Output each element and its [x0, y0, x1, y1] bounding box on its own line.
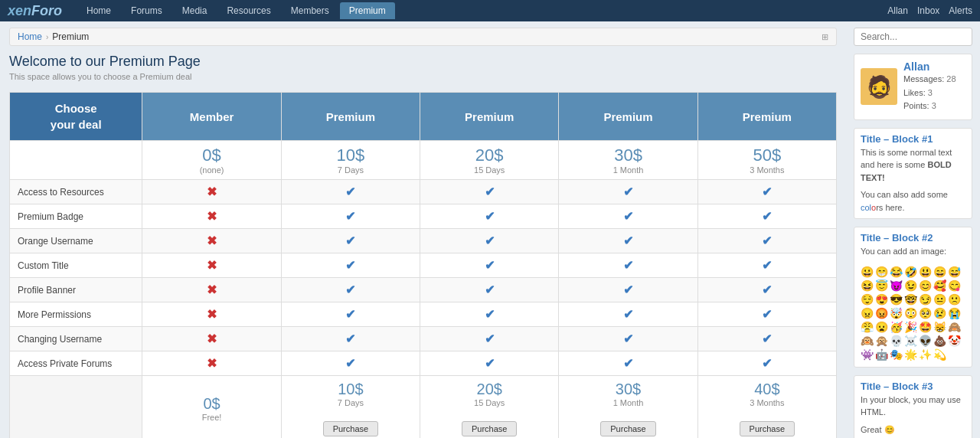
cross-icon: ✖: [207, 259, 217, 272]
choose-deal-cell: Chooseyour deal: [10, 93, 142, 141]
logo: xenForo: [8, 3, 62, 19]
check-icon: ✔: [485, 185, 495, 198]
emoji-cell: 😎: [890, 293, 903, 306]
nav-item-premium[interactable]: Premium: [340, 2, 395, 19]
avatar: 🧔: [861, 68, 897, 105]
bottom-price-cell: 30$1 MonthPurchase: [559, 376, 697, 439]
feature-cell: ✔: [420, 180, 559, 204]
feature-cell: ✔: [697, 278, 836, 302]
emoji-cell: 💩: [933, 335, 946, 347]
emoji-cell: 😇: [875, 279, 888, 292]
emoji-cell: 🙉: [861, 335, 874, 347]
page-subtitle: This space allows you to choose a Premiu…: [9, 72, 837, 81]
feature-cell: ✖: [142, 180, 281, 204]
feature-label: Custom Title: [10, 253, 142, 278]
user-nav-alerts[interactable]: Alerts: [949, 5, 972, 16]
nav-item-resources[interactable]: Resources: [217, 2, 279, 19]
emoji-cell: 👾: [861, 348, 874, 361]
purchase-button[interactable]: Purchase: [462, 421, 517, 436]
feature-cell: ✔: [697, 302, 836, 327]
bottom-price-cell: 0$Free!: [142, 376, 281, 439]
pricing-table: Chooseyour dealMemberPremiumPremiumPremi…: [9, 92, 837, 438]
breadcrumb-expand[interactable]: ⊞: [822, 32, 828, 42]
feature-label: Changing Username: [10, 327, 142, 351]
user-nav-allan[interactable]: Allan: [887, 5, 908, 16]
emoji-cell: 🎉: [904, 321, 917, 333]
feature-cell: ✔: [281, 278, 420, 302]
feature-cell: ✔: [559, 302, 697, 327]
price-cell: 10$7 Days: [281, 141, 420, 180]
breadcrumb-current: Premium: [52, 31, 89, 42]
nav-item-media[interactable]: Media: [173, 2, 217, 19]
cross-icon: ✖: [207, 185, 217, 198]
emoji-cell: 😋: [948, 279, 961, 292]
emoji-cell: 🎭: [890, 348, 903, 361]
feature-cell: ✔: [697, 327, 836, 351]
feature-label: More Permissions: [10, 302, 142, 327]
sidebar-block-text: This is some normal text and here is som…: [854, 146, 972, 189]
check-icon: ✔: [485, 234, 495, 247]
purchase-button[interactable]: Purchase: [323, 421, 378, 436]
feature-cell: ✖: [142, 302, 281, 327]
emoji-cell: 😅: [948, 266, 961, 278]
emoji-cell: 🤯: [890, 307, 903, 319]
feature-cell: ✔: [697, 253, 836, 278]
feature-cell: ✖: [142, 351, 281, 376]
emoji-cell: 🥺: [919, 307, 932, 319]
emoji-cell: 🙈: [948, 321, 961, 333]
nav-item-home[interactable]: Home: [77, 2, 120, 19]
check-icon: ✔: [762, 259, 772, 272]
feature-label: Access Private Forums: [10, 351, 142, 376]
logo-text2: Foro: [31, 3, 62, 18]
cross-icon: ✖: [207, 308, 217, 321]
sidebar-block-text: In your block, you may use HTML.: [854, 394, 972, 423]
emoji-cell: 😤: [861, 321, 874, 333]
check-icon: ✔: [485, 308, 495, 321]
username: Allan: [903, 60, 956, 73]
nav-item-members[interactable]: Members: [282, 2, 338, 19]
emoji-cell: ✨: [919, 348, 932, 361]
feature-cell: ✔: [697, 229, 836, 253]
emoji-cell: 🌟: [904, 348, 917, 361]
feature-cell: ✔: [420, 327, 559, 351]
feature-cell: ✖: [142, 253, 281, 278]
sidebar-user-block: 🧔 Allan Messages: 28 Likes: 3 Points: 3: [854, 54, 972, 120]
breadcrumb-home[interactable]: Home: [18, 31, 42, 42]
feature-label: Access to Resources: [10, 180, 142, 204]
emoji-cell: 🤖: [875, 348, 888, 361]
bottom-price-cell: 10$7 DaysPurchase: [281, 376, 420, 439]
feature-cell: ✖: [142, 204, 281, 229]
search-input[interactable]: [854, 28, 972, 46]
check-icon: ✔: [623, 357, 633, 370]
feature-cell: ✔: [281, 351, 420, 376]
emoji-cell: 😐: [933, 293, 946, 306]
cross-icon: ✖: [207, 234, 217, 247]
emoji-cell: 😡: [875, 307, 888, 319]
feature-cell: ✔: [559, 278, 697, 302]
col-header: Premium: [420, 93, 559, 141]
feature-cell: ✔: [281, 229, 420, 253]
emoji-cell: 😉: [904, 279, 917, 292]
user-nav-inbox[interactable]: Inbox: [917, 5, 939, 16]
feature-cell: ✔: [420, 302, 559, 327]
purchase-button[interactable]: Purchase: [740, 421, 795, 436]
check-icon: ✔: [345, 308, 355, 321]
nav-item-forums[interactable]: Forums: [122, 2, 172, 19]
bottom-price-cell: 40$3 MonthsPurchase: [697, 376, 836, 439]
cross-icon: ✖: [207, 210, 217, 223]
emoji-cell: 🤩: [919, 321, 932, 333]
emoji-cell: 🙊: [875, 335, 888, 347]
user-info: Allan Messages: 28 Likes: 3 Points: 3: [903, 60, 956, 113]
check-icon: ✔: [345, 332, 355, 345]
emoji-cell: 😸: [933, 321, 946, 333]
emoji-cell: 🤡: [948, 335, 961, 347]
main-nav: HomeForumsMediaResourcesMembersPremium: [77, 2, 887, 19]
emoji-cell: 😠: [861, 307, 874, 319]
bottom-spacer: [10, 376, 142, 439]
emoji-cell: 😄: [933, 266, 946, 278]
purchase-button[interactable]: Purchase: [600, 421, 655, 436]
feature-cell: ✔: [420, 278, 559, 302]
check-icon: ✔: [345, 259, 355, 272]
price-cell: 20$15 Days: [420, 141, 559, 180]
check-icon: ✔: [762, 210, 772, 223]
